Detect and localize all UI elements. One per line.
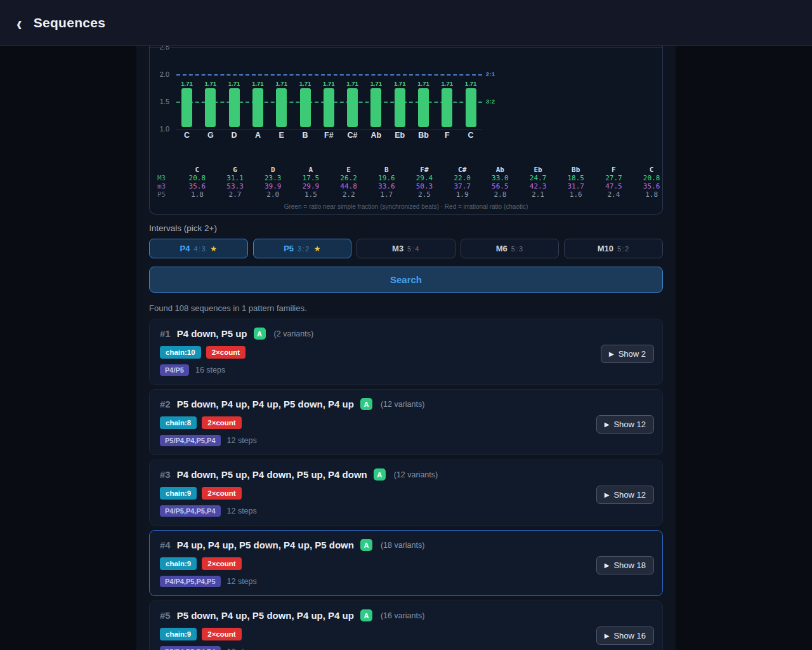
steps-label: 12 steps — [227, 436, 257, 445]
beat-table-cell: 23.3 — [254, 174, 292, 182]
sequence-title: P4 down, P5 up — [177, 328, 247, 339]
beat-ratio-chart-panel: 2.52.01.51.0 2:1 3:2 1.71 C 1.71 G 1.71 … — [149, 39, 663, 215]
beat-table-row: M320.831.123.317.526.219.629.422.033.024… — [157, 174, 662, 182]
chain-badge: chain:10 — [160, 346, 201, 359]
beat-table-cell: 17.5 — [292, 174, 330, 182]
bar-value-label: 1.71 — [199, 80, 223, 87]
steps-label: 12 steps — [227, 647, 257, 650]
sequence-rank: #2 — [160, 399, 171, 409]
chart-bar: 1.71 C# — [341, 80, 365, 140]
pattern-badge: P5/P4,P5,P4,P4 — [160, 646, 221, 650]
play-icon: ▶ — [605, 632, 610, 639]
card-badge-row: chain:8 2×count — [160, 416, 652, 429]
beat-table-note-header: G — [216, 166, 254, 174]
bar-value-label: 1.71 — [175, 80, 199, 87]
sequence-title: P5 down, P4 up, P5 down, P4 up, P4 up — [177, 610, 354, 621]
bar-value-label: 1.71 — [412, 80, 436, 87]
reference-line-label: 2:1 — [486, 71, 495, 77]
beat-table-cell: 24.7 — [519, 174, 557, 182]
sequence-title: P5 down, P4 up, P4 up, P5 down, P4 up — [177, 399, 354, 409]
chart-bar: 1.71 A — [246, 80, 270, 140]
beat-table-cell: 29.9 — [292, 182, 330, 190]
beat-table-corner — [157, 166, 178, 174]
interval-button[interactable]: P5 3:2 ★ — [253, 239, 352, 258]
beat-table-cell: 35.6 — [178, 182, 216, 190]
interval-ratio: 5:4 — [407, 245, 420, 253]
card-title-row: #1 P4 down, P5 up A (2 variants) — [160, 328, 652, 340]
show-button-label: Show 2 — [619, 349, 646, 359]
show-variants-button[interactable]: ▶ Show 16 — [596, 627, 654, 645]
beat-table-cell: 20.8 — [632, 174, 671, 182]
card-title-row: #5 P5 down, P4 up, P5 down, P4 up, P4 up… — [160, 609, 652, 621]
grade-badge: A — [360, 539, 372, 551]
beat-table-cell: 27.7 — [595, 174, 633, 182]
beat-table-note-header: Bb — [557, 166, 595, 174]
play-icon: ▶ — [605, 491, 610, 498]
bar-note-label: Bb — [412, 131, 436, 140]
card-pattern-row: P5/P4,P4,P5,P4 12 steps — [160, 435, 652, 446]
bar-rect — [442, 88, 452, 127]
show-variants-button[interactable]: ▶ Show 12 — [596, 486, 654, 504]
beat-table-header-row: CGDAEBF#C#AbEbBbFC — [157, 166, 662, 174]
bar-value-label: 1.71 — [222, 80, 246, 87]
chart-bar: 1.71 Eb — [388, 80, 412, 140]
bar-value-label: 1.71 — [364, 80, 388, 87]
beat-table-cell: 2.4 — [595, 190, 633, 199]
back-icon[interactable]: ‹ — [16, 12, 22, 34]
show-variants-button[interactable]: ▶ Show 2 — [601, 345, 654, 363]
bar-note-label: Ab — [364, 131, 388, 140]
play-icon: ▶ — [609, 350, 614, 357]
beat-table-cell: 2.0 — [254, 190, 292, 199]
interval-name: M10 — [598, 244, 613, 253]
count-badge: 2×count — [202, 487, 241, 500]
beat-table-cell: 44.8 — [330, 182, 368, 190]
beat-table-note-header: D — [254, 166, 292, 174]
interval-button[interactable]: M10 5:2 — [564, 239, 663, 258]
chain-badge: chain:9 — [160, 557, 197, 570]
sequence-rank: #4 — [160, 540, 171, 550]
card-badge-row: chain:9 2×count — [160, 557, 652, 570]
bar-rect — [466, 88, 476, 127]
beat-table-note-header: Ab — [481, 166, 520, 174]
chart-bar: 1.71 D — [222, 80, 246, 140]
beat-table-cell: 35.6 — [632, 182, 671, 190]
interval-button[interactable]: M6 5:3 — [461, 239, 560, 258]
interval-name: M6 — [496, 244, 508, 253]
interval-button[interactable]: M3 5:4 — [357, 239, 455, 258]
chart-bar: 1.71 C — [175, 80, 199, 140]
count-badge: 2×count — [202, 557, 241, 570]
search-button[interactable]: Search — [149, 267, 663, 293]
chart-bar: 1.71 Bb — [412, 80, 436, 140]
show-variants-button[interactable]: ▶ Show 12 — [596, 415, 654, 434]
beat-table-note-header: A — [292, 166, 330, 174]
beat-table-cell: 2.8 — [481, 190, 520, 199]
beat-table-cell: 20.8 — [178, 174, 216, 182]
bar-note-label: A — [246, 131, 270, 140]
card-badge-row: chain:9 2×count — [160, 487, 652, 500]
bar-note-label: G — [199, 131, 223, 140]
beat-table-cell: 50.3 — [405, 182, 443, 190]
beat-table-cell: 29.4 — [405, 174, 443, 182]
beat-table-note-header: C — [632, 166, 671, 174]
bar-rect — [181, 88, 192, 127]
pattern-badge: P4/P4,P5,P4,P5 — [160, 576, 221, 587]
bar-rect — [395, 88, 405, 127]
play-icon: ▶ — [605, 562, 610, 569]
card-badge-row: chain:9 2×count — [160, 628, 652, 640]
bar-note-label: B — [293, 131, 317, 140]
sequence-rank: #3 — [160, 469, 171, 480]
variants-count: (12 variants) — [381, 400, 424, 409]
card-pattern-row: P4/P5 16 steps — [160, 364, 652, 376]
y-axis-tick: 1.0 — [150, 125, 169, 133]
interval-name: M3 — [392, 244, 403, 253]
chart-caption: Green = ratio near simple fraction (sync… — [150, 203, 662, 210]
gridline — [150, 47, 662, 48]
steps-label: 12 steps — [227, 577, 257, 586]
pattern-badge: P4/P5 — [160, 364, 189, 376]
variants-count: (12 variants) — [394, 470, 438, 479]
bar-value-label: 1.71 — [341, 80, 365, 87]
sequence-title: P4 down, P5 up, P4 down, P5 up, P4 down — [177, 469, 367, 480]
show-variants-button[interactable]: ▶ Show 18 — [596, 556, 654, 574]
bar-value-label: 1.71 — [270, 80, 294, 87]
interval-button[interactable]: P4 4:3 ★ — [149, 239, 248, 258]
